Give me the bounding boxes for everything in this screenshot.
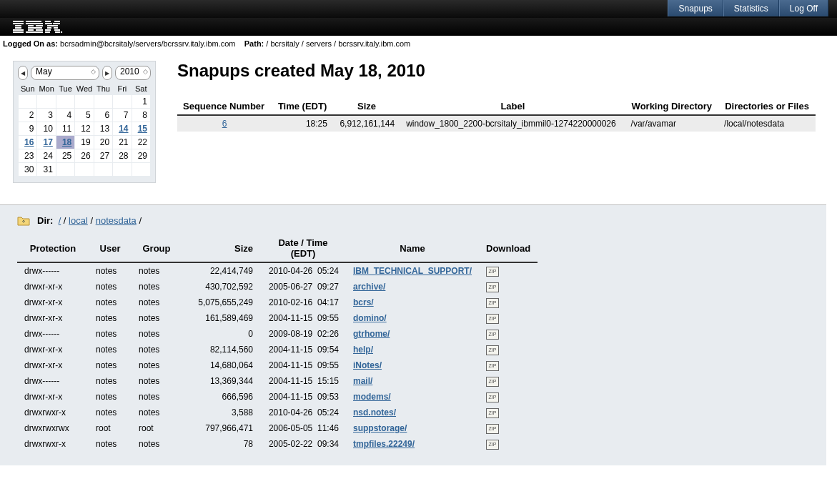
info-bar: Logged On as: bcrsadmin@bcrsitaly/server… <box>0 36 837 61</box>
file-protection: drwxrwxr-x <box>17 436 89 452</box>
file-name[interactable]: IBM_TECHNICAL_SUPPORT/ <box>346 262 479 279</box>
file-download[interactable] <box>479 389 538 405</box>
file-browser[interactable]: Dir: / / local / notesdata / Protection … <box>0 204 826 465</box>
calendar-prev-month[interactable]: ◀ <box>18 66 28 80</box>
file-date: 2005-02-22 09:34 <box>260 436 346 452</box>
file-name[interactable]: tmpfiles.22249/ <box>346 436 479 452</box>
header-time: Time (EDT) <box>272 98 333 115</box>
header-name: Name <box>346 234 479 262</box>
file-download[interactable] <box>479 295 538 310</box>
file-protection: drwx------ <box>17 326 89 342</box>
calendar-day <box>19 95 37 109</box>
calendar-day: 25 <box>56 149 74 163</box>
file-download[interactable] <box>479 310 538 326</box>
zip-icon[interactable] <box>486 267 499 277</box>
calendar-day <box>56 163 74 177</box>
breadcrumb-sep: / <box>88 215 96 226</box>
calendar-grid: SunMonTueWedThuFriSat 123456789101112131… <box>18 83 151 177</box>
file-download[interactable] <box>479 342 538 357</box>
file-download[interactable] <box>479 405 538 420</box>
calendar-day: 13 <box>94 122 112 136</box>
zip-icon[interactable] <box>486 440 499 450</box>
zip-icon[interactable] <box>486 392 499 402</box>
calendar-day[interactable]: 18 <box>56 136 74 149</box>
snapup-row: 618:256,912,161,144window_1800_2200-bcrs… <box>177 115 816 132</box>
svg-rect-6 <box>26 21 41 22</box>
nav-logoff[interactable]: Log Off <box>779 0 828 16</box>
calendar-day: 10 <box>37 122 56 136</box>
calendar-dayname: Sat <box>132 83 150 95</box>
svg-rect-23 <box>45 31 50 33</box>
calendar-dayname: Tue <box>56 83 74 95</box>
breadcrumb-link[interactable]: notesdata <box>96 215 137 226</box>
file-download[interactable] <box>479 279 538 295</box>
calendar-day[interactable]: 17 <box>37 136 56 149</box>
calendar-day[interactable]: 14 <box>113 122 132 136</box>
file-name[interactable]: domino/ <box>346 310 479 326</box>
folder-up-icon[interactable] <box>17 216 30 226</box>
dir-row: Dir: / / local / notesdata / <box>17 215 809 226</box>
file-name[interactable]: suppstorage/ <box>346 420 479 436</box>
calendar-day[interactable]: 15 <box>132 122 150 136</box>
file-size: 14,680,064 <box>182 357 260 373</box>
zip-icon[interactable] <box>486 377 499 387</box>
file-size: 797,966,471 <box>182 420 260 436</box>
calendar-day: 30 <box>19 163 37 177</box>
nav-snapups[interactable]: Snapups <box>668 0 723 16</box>
snapup-seq[interactable]: 6 <box>177 115 272 132</box>
file-name[interactable]: mail/ <box>346 373 479 389</box>
file-name[interactable]: bcrs/ <box>346 295 479 310</box>
file-name[interactable]: iNotes/ <box>346 357 479 373</box>
calendar-day <box>132 163 150 177</box>
calendar-day: 27 <box>94 149 112 163</box>
top-bar: Snapups Statistics Log Off <box>0 0 837 18</box>
file-user: notes <box>89 342 132 357</box>
svg-rect-14 <box>45 21 51 22</box>
file-group: notes <box>132 342 182 357</box>
file-download[interactable] <box>479 436 538 452</box>
calendar-day: 22 <box>132 136 150 149</box>
file-download[interactable] <box>479 357 538 373</box>
svg-rect-9 <box>36 25 43 26</box>
zip-icon[interactable] <box>486 298 499 308</box>
file-user: notes <box>89 405 132 420</box>
zip-icon[interactable] <box>486 361 499 371</box>
zip-icon[interactable] <box>486 408 499 418</box>
file-name[interactable]: nsd.notes/ <box>346 405 479 420</box>
file-group: notes <box>132 436 182 452</box>
calendar-month-select[interactable]: May <box>31 66 99 80</box>
file-name[interactable]: gtrhome/ <box>346 326 479 342</box>
calendar-next-month[interactable]: ▶ <box>102 66 112 80</box>
file-row: drwx------notesnotes22,414,7492010-04-26… <box>17 262 538 279</box>
file-name[interactable]: archive/ <box>346 279 479 295</box>
file-group: notes <box>132 310 182 326</box>
file-name[interactable]: help/ <box>346 342 479 357</box>
file-protection: drwxrwxr-x <box>17 405 89 420</box>
calendar-day: 24 <box>37 149 56 163</box>
nav-statistics[interactable]: Statistics <box>723 0 779 16</box>
file-size: 0 <box>182 326 260 342</box>
zip-icon[interactable] <box>486 345 499 355</box>
calendar-day <box>56 95 74 109</box>
zip-icon[interactable] <box>486 330 499 340</box>
calendar-day[interactable]: 16 <box>19 136 37 149</box>
file-download[interactable] <box>479 373 538 389</box>
zip-icon[interactable] <box>486 314 499 324</box>
calendar-day: 7 <box>113 109 132 122</box>
zip-icon[interactable] <box>486 282 499 292</box>
header-group: Group <box>132 234 182 262</box>
file-download[interactable] <box>479 262 538 279</box>
file-row: drwxr-xr-xnotesnotes14,680,0642004-11-15… <box>17 357 538 373</box>
calendar-year-select[interactable]: 2010 <box>115 66 151 80</box>
file-name[interactable]: modems/ <box>346 389 479 405</box>
file-table: Protection User Group Size Date / Time (… <box>17 234 538 452</box>
calendar-day: 20 <box>94 136 112 149</box>
file-row: drwxr-xr-xnotesnotes161,589,4692004-11-1… <box>17 310 538 326</box>
svg-rect-18 <box>47 25 58 26</box>
zip-icon[interactable] <box>486 424 499 434</box>
calendar: ◀ May ▶ 2010 SunMonTueWedThuFriSat 12345… <box>13 61 156 183</box>
snapup-size: 6,912,161,144 <box>333 115 400 132</box>
breadcrumb-link[interactable]: local <box>69 215 88 226</box>
file-download[interactable] <box>479 326 538 342</box>
file-download[interactable] <box>479 420 538 436</box>
